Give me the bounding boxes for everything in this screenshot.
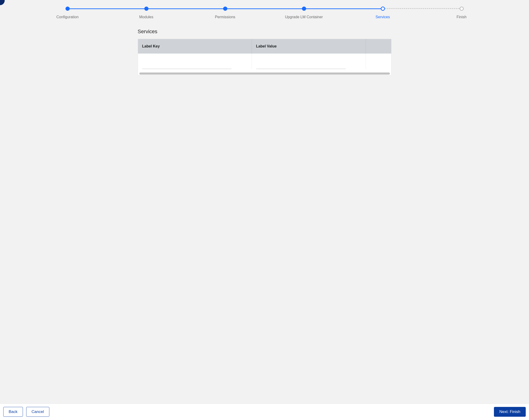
column-header-label-key[interactable]: Label Key xyxy=(138,39,252,53)
table-header-row: Label Key Label Value xyxy=(138,39,391,53)
step-dot-done-icon xyxy=(302,7,306,11)
horizontal-scrollbar[interactable] xyxy=(138,72,391,75)
wizard-stepper: Configuration Modules Permissions Upgrad… xyxy=(0,0,529,19)
cancel-button[interactable]: Cancel xyxy=(26,407,49,417)
main-area: Configuration Modules Permissions Upgrad… xyxy=(0,0,529,403)
step-label: Finish xyxy=(457,15,467,19)
cell-actions xyxy=(366,53,391,69)
step-connector xyxy=(225,8,304,9)
step-connector xyxy=(146,8,225,9)
wizard-footer: Back Cancel Next: Finish xyxy=(0,403,529,420)
step-connector xyxy=(383,8,462,9)
step-label: Services xyxy=(376,15,390,19)
page-title: Services xyxy=(138,28,392,35)
step-label: Upgrade LM Container xyxy=(285,15,323,19)
content-panel: Services Label Key Label Value xyxy=(138,28,392,75)
column-header-label-value[interactable]: Label Value xyxy=(252,39,366,53)
step-label: Modules xyxy=(139,15,153,19)
step-dot-done-icon xyxy=(144,7,148,11)
cell-label-key xyxy=(138,53,252,69)
table-row xyxy=(138,53,391,72)
step-configuration[interactable]: Configuration xyxy=(28,7,107,19)
step-dot-done-icon xyxy=(223,7,227,11)
scrollbar-thumb[interactable] xyxy=(139,73,390,75)
back-button[interactable]: Back xyxy=(3,407,23,417)
step-connector xyxy=(304,8,383,9)
label-key-input[interactable] xyxy=(142,63,232,69)
cell-label-value xyxy=(252,53,366,69)
next-finish-button[interactable]: Next: Finish xyxy=(494,407,526,417)
services-table: Label Key Label Value xyxy=(138,39,392,75)
step-dot-future-icon xyxy=(460,7,464,11)
step-connector xyxy=(67,8,146,9)
step-label: Configuration xyxy=(56,15,79,19)
step-dot-done-icon xyxy=(66,7,70,11)
label-value-input[interactable] xyxy=(256,63,346,69)
column-header-actions xyxy=(366,39,391,53)
step-label: Permissions xyxy=(215,15,235,19)
step-dot-current-icon xyxy=(381,7,385,11)
